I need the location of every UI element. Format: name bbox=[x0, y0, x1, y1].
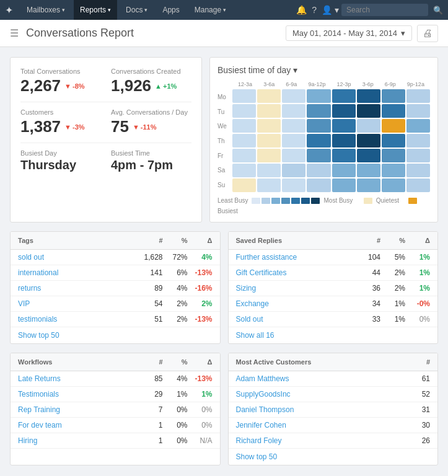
row-name-link[interactable]: Further assistance bbox=[236, 253, 350, 262]
row-hash: 61 bbox=[405, 374, 430, 383]
row-pct: 2% bbox=[380, 284, 405, 293]
row-pct: 6% bbox=[163, 268, 188, 277]
heatmap-cell bbox=[307, 134, 330, 148]
legend-swatch bbox=[261, 198, 270, 204]
row-name-link[interactable]: returns bbox=[18, 284, 132, 293]
legend-swatch bbox=[252, 198, 260, 204]
customers-header: Most Active Customers # bbox=[229, 353, 438, 371]
table-row: For dev team10%0% bbox=[11, 418, 220, 433]
table-row: Adam Matthews61 bbox=[229, 371, 438, 387]
heatmap-row-label: Su bbox=[217, 182, 230, 188]
table-row: Gift Certificates442%1% bbox=[229, 265, 438, 281]
heatmap-cell bbox=[332, 134, 356, 148]
heatmap-cell bbox=[257, 178, 281, 192]
top-row: Total Conversations 2,267 ▼-8% Conversat… bbox=[10, 57, 438, 223]
row-name-link[interactable]: Rep Training bbox=[18, 405, 132, 414]
saved-show-more[interactable]: Show all 16 bbox=[229, 327, 438, 343]
row-name-link[interactable]: testimonials bbox=[18, 315, 132, 324]
heatmap-cell bbox=[232, 164, 256, 177]
nav-reports[interactable]: Reports ▾ bbox=[74, 0, 117, 20]
table-row: Further assistance1045%1% bbox=[229, 250, 438, 265]
date-range-picker[interactable]: May 01, 2014 - May 31, 2014 ▾ bbox=[286, 25, 412, 41]
row-hash: 89 bbox=[132, 284, 163, 293]
row-delta: 1% bbox=[188, 390, 213, 399]
heatmap-col-label: 3-6p bbox=[362, 81, 374, 87]
row-hash: 30 bbox=[405, 421, 430, 430]
row-hash: 85 bbox=[132, 374, 163, 383]
row-name-link[interactable]: Jennifer Cohen bbox=[236, 421, 406, 430]
heatmap-cell bbox=[307, 178, 330, 192]
heatmap-col-labels: 12-3a3-6a6-9a9a-12p12-3p3-6p6-9p9p-12a bbox=[232, 81, 430, 87]
row-name-link[interactable]: SupplyGoodsInc bbox=[236, 390, 406, 399]
table-row: SupplyGoodsInc52 bbox=[229, 387, 438, 402]
heatmap-cell bbox=[232, 119, 256, 133]
row-name-link[interactable]: Sizing bbox=[236, 284, 350, 293]
search-input[interactable] bbox=[341, 4, 428, 16]
heatmap-cell bbox=[307, 89, 330, 103]
nav-docs[interactable]: Docs ▾ bbox=[120, 0, 154, 20]
row-delta: 1% bbox=[405, 253, 430, 262]
stats-grid: Total Conversations 2,267 ▼-8% Conversat… bbox=[20, 68, 191, 95]
row-hash: 51 bbox=[132, 315, 163, 324]
stat-conversations-created: Conversations Created 1,926 ▲+1% bbox=[111, 68, 191, 95]
row-name-link[interactable]: For dev team bbox=[18, 421, 132, 430]
nav-apps[interactable]: Apps bbox=[156, 0, 185, 20]
heatmap-title[interactable]: Busiest time of day ▾ bbox=[217, 65, 430, 75]
heatmap-cell bbox=[382, 119, 405, 133]
heatmap-cell bbox=[232, 104, 256, 118]
heatmap-cell bbox=[232, 134, 256, 148]
tags-panel: Tags # % Δ sold out1,62872%4%internation… bbox=[10, 231, 221, 344]
table-row: sold out1,62872%4% bbox=[11, 250, 220, 265]
nav-mailboxes[interactable]: Mailboxes ▾ bbox=[20, 0, 71, 20]
table-row: Sold out331%0% bbox=[229, 312, 438, 327]
row-name-link[interactable]: Daniel Thompson bbox=[236, 405, 406, 414]
table-row: Late Returns854%-13% bbox=[11, 371, 220, 387]
heatmap-cell bbox=[282, 149, 305, 162]
table-row: Richard Foley26 bbox=[229, 433, 438, 449]
row-pct: 72% bbox=[163, 253, 188, 262]
row-hash: 54 bbox=[132, 299, 163, 308]
heatmap-row-label: Sa bbox=[217, 167, 230, 174]
row-name-link[interactable]: international bbox=[18, 268, 132, 277]
heatmap-cell bbox=[282, 89, 305, 103]
row-name-link[interactable]: Gift Certificates bbox=[236, 268, 350, 277]
heatmap-cell bbox=[357, 164, 380, 177]
row-pct: 0% bbox=[163, 405, 188, 414]
nav-manage[interactable]: Manage ▾ bbox=[188, 0, 232, 20]
heatmap-cell bbox=[357, 89, 380, 103]
heatmap-cell bbox=[257, 134, 281, 148]
heatmap-cell bbox=[257, 89, 281, 103]
row-pct: 1% bbox=[380, 315, 405, 324]
user-icon[interactable]: 👤 ▾ bbox=[322, 5, 339, 15]
heatmap-cell bbox=[257, 149, 281, 162]
row-name-link[interactable]: Testimonials bbox=[18, 390, 132, 399]
busiest-swatch bbox=[408, 198, 417, 204]
heatmap-cell bbox=[282, 119, 305, 133]
row-name-link[interactable]: Hiring bbox=[18, 436, 132, 445]
row-name-link[interactable]: Adam Matthews bbox=[236, 374, 406, 383]
menu-icon[interactable]: ☰ bbox=[10, 27, 19, 39]
row-name-link[interactable]: Sold out bbox=[236, 315, 350, 324]
search-icon[interactable]: 🔍 bbox=[433, 6, 443, 15]
heatmap-col-label: 9a-12p bbox=[308, 81, 325, 87]
speaker-icon[interactable]: 🔔 bbox=[296, 5, 307, 15]
row-name-link[interactable]: Richard Foley bbox=[236, 436, 406, 445]
row-name-link[interactable]: VIP bbox=[18, 299, 132, 308]
saved-replies-header: Saved Replies # % Δ bbox=[229, 232, 438, 250]
heatmap-cell bbox=[382, 164, 405, 177]
row-hash: 104 bbox=[349, 253, 380, 262]
tags-show-more[interactable]: Show top 50 bbox=[11, 327, 220, 343]
row-delta: 2% bbox=[188, 299, 213, 308]
heatmap-cell bbox=[307, 119, 330, 133]
row-name-link[interactable]: Exchange bbox=[236, 299, 350, 308]
help-icon[interactable]: ? bbox=[312, 5, 317, 15]
row-delta: -13% bbox=[188, 268, 213, 277]
heatmap-panel: Busiest time of day ▾ MoTuWeThFrSaSu 12-… bbox=[209, 57, 438, 223]
heatmap-row-label: We bbox=[217, 123, 230, 130]
heatmap-cell bbox=[332, 149, 356, 162]
customers-show-more[interactable]: Show top 50 bbox=[229, 449, 438, 465]
row-delta: -16% bbox=[188, 284, 213, 293]
row-name-link[interactable]: Late Returns bbox=[18, 374, 132, 383]
print-button[interactable]: 🖨 bbox=[417, 25, 438, 42]
row-name-link[interactable]: sold out bbox=[18, 253, 132, 262]
